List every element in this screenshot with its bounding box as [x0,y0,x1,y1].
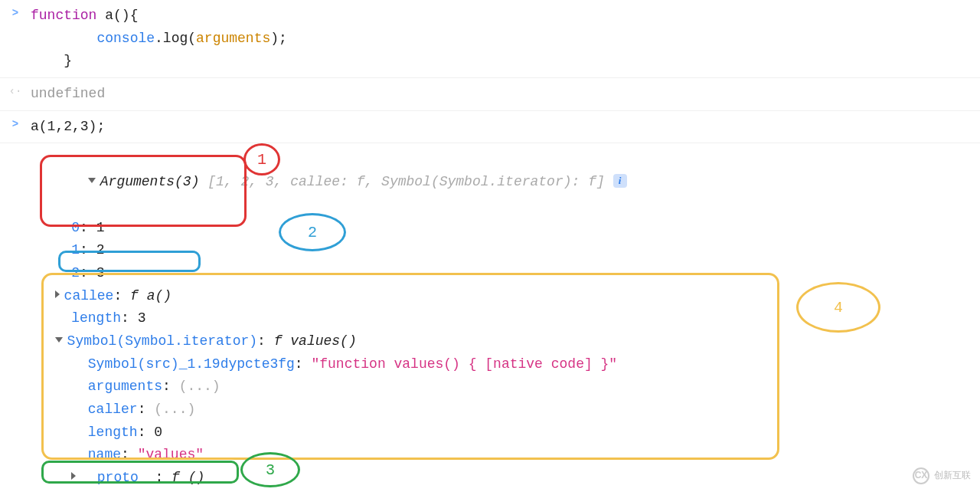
code-input-2[interactable]: a(1,2,3); [31,111,980,143]
iter-proto[interactable]: __proto__: f () [38,467,980,490]
code-input-1[interactable]: function a(){ console.log(arguments); } [31,0,980,77]
arg-symbol-iterator[interactable]: Symbol(Symbol.iterator): f values() [38,330,980,353]
iter-length[interactable]: length: 0 [38,421,980,444]
return-value: undefined [31,78,980,110]
arg-callee[interactable]: callee: f a() [38,285,980,308]
output-gutter [0,143,31,148]
chevron-right-icon[interactable] [71,472,76,480]
console-return-row: ‹· undefined [0,78,980,111]
console-input-row-2: > a(1,2,3); [0,111,980,144]
watermark-logo-icon: CX [913,467,929,484]
arg-index-1[interactable]: 1: 2 [38,239,980,262]
watermark-text: 创新互联 [934,468,971,484]
chevron-down-icon[interactable] [55,337,63,343]
info-icon[interactable]: i [613,174,627,188]
arg-index-2[interactable]: 2: 3 [38,262,980,285]
prompt-icon: > [0,0,31,22]
console-input-row: > function a(){ console.log(arguments); … [0,0,980,78]
iter-name[interactable]: name: "values" [38,444,980,467]
watermark: CX 创新互联 [913,467,971,484]
arg-index-0[interactable]: 0: 1 [38,217,980,240]
arg-length[interactable]: length: 3 [38,307,980,330]
console-output-row: Arguments(3) [1, 2, 3, callee: f, Symbol… [0,143,980,492]
chevron-right-icon[interactable] [55,290,60,298]
prompt-icon: > [0,111,31,133]
chevron-down-icon[interactable] [88,178,96,183]
iter-arguments[interactable]: arguments: (...) [38,376,980,399]
iter-caller[interactable]: caller: (...) [38,399,980,421]
arguments-tree[interactable]: Arguments(3) [1, 2, 3, callee: f, Symbol… [31,143,980,492]
iter-src[interactable]: Symbol(src)_1.19dypcte3fg: "function val… [38,353,980,376]
return-icon: ‹· [0,78,31,100]
arguments-header[interactable]: Arguments(3) [1, 2, 3, callee: f, Symbol… [38,148,980,216]
